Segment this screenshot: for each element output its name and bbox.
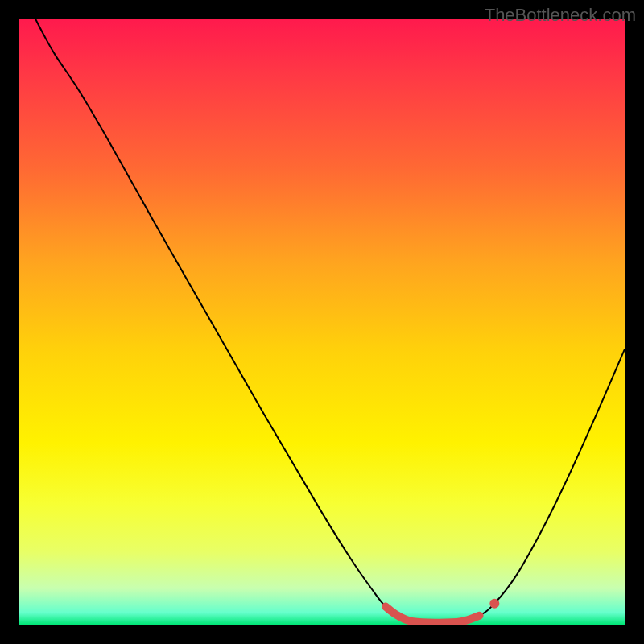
- watermark-text: TheBottleneck.com: [485, 5, 636, 26]
- chart-plot-area: [19, 19, 625, 625]
- chart-background: [19, 19, 625, 625]
- chart-svg: [19, 19, 625, 625]
- highlight-dot: [489, 599, 499, 609]
